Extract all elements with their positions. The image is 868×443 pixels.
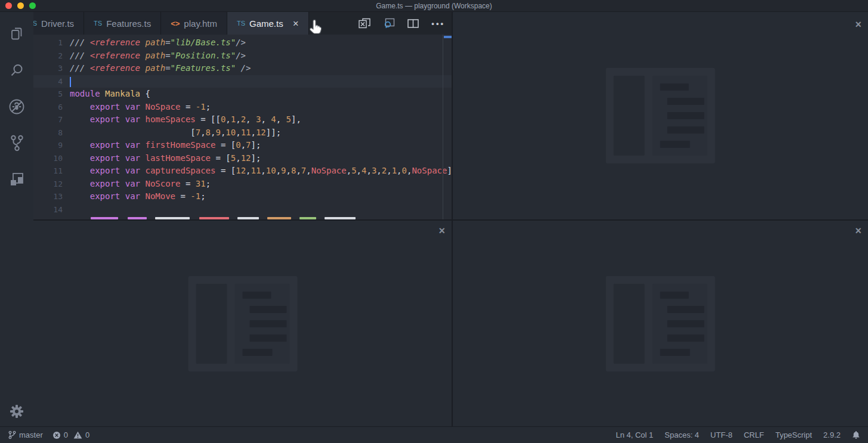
tab-label: Driver.ts [41,18,74,29]
typescript-file-icon: TS [33,20,37,27]
editor-group-empty-bottom-right[interactable]: × [453,221,868,426]
line-number: 11 [33,165,63,178]
code-text: export var firstHomeSpace = [0,7]; [70,139,261,152]
indentation-indicator[interactable]: Spaces: 4 [665,430,699,439]
problems-indicator[interactable]: 0 0 [52,430,92,439]
line-number: 13 [33,190,63,203]
code-line[interactable]: 3/// <reference path="Features.ts" /> [33,62,452,75]
code-line[interactable]: 10 export var lastHomeSpace = [5,12]; [33,152,452,165]
empty-editor-watermark [606,68,715,163]
more-actions-icon[interactable]: ••• [431,19,445,28]
line-number: 1 [33,36,63,49]
line-number: 2 [33,49,63,63]
code-text: /// <reference path="Features.ts" /> [70,62,251,75]
code-line[interactable]: 7 export var homeSpaces = [[0,1,2, 3, 4,… [33,113,452,126]
text-cursor [70,77,71,87]
code-line[interactable]: 14 [33,203,452,216]
search-icon[interactable] [0,52,33,88]
titlebar: Game.ts — playground (Workspace) [0,0,868,12]
code-text: /// <reference path="lib/Base.ts"/> [70,36,246,49]
tab-label: play.htm [184,18,217,29]
tab-driver-ts[interactable]: TS Driver.ts [33,12,84,35]
code-text: export var NoScore = 31; [70,178,211,191]
line-number: 4 [33,75,63,88]
empty-editor-watermark [188,276,297,371]
tab-bar: TS Driver.ts TS Features.ts <> play.htm … [33,12,452,35]
code-text: [7,8,9,10,11,12]]; [70,126,281,140]
git-branch-icon [8,430,16,439]
minimize-window-button[interactable] [17,2,24,9]
explorer-icon[interactable] [0,16,33,52]
line-number: 5 [33,88,63,101]
code-text: module Mankala { [70,88,150,101]
code-line[interactable]: 2/// <reference path="Position.ts"/> [33,49,452,63]
typescript-file-icon: TS [237,20,245,27]
tab-play-htm[interactable]: <> play.htm [161,12,227,35]
typescript-file-icon: TS [94,20,102,27]
search-preview-icon[interactable] [383,18,395,29]
scrollbar-thumb[interactable] [444,36,452,38]
traffic-lights [5,2,36,9]
zoom-window-button[interactable] [29,2,36,9]
error-count: 0 [64,430,68,439]
code-editor[interactable]: 1/// <reference path="lib/Base.ts"/>2///… [33,35,452,219]
code-line[interactable]: 5module Mankala { [33,88,452,101]
code-line[interactable]: 9 export var firstHomeSpace = [0,7]; [33,139,452,152]
html-file-icon: <> [171,19,180,28]
code-line[interactable]: 13 export var NoMove = -1; [33,190,452,203]
cursor-position-indicator[interactable]: Ln 4, Col 1 [616,430,653,439]
code-line[interactable]: 12 export var NoScore = 31; [33,178,452,191]
errors-icon [52,431,61,439]
code-text: export var capturedSpaces = [12,11,10,9,… [70,165,452,178]
close-editor-group-icon[interactable]: × [855,225,861,236]
git-branch-indicator[interactable]: master [8,430,43,439]
code-line[interactable]: 8 [7,8,9,10,11,12]]; [33,126,452,140]
editor-grid: TS Driver.ts TS Features.ts <> play.htm … [33,12,868,426]
extensions-icon[interactable] [0,161,33,197]
close-editor-group-icon[interactable]: × [438,225,445,236]
code-text: export var NoSpace = -1; [70,101,211,114]
code-line[interactable]: 1/// <reference path="lib/Base.ts"/> [33,36,452,49]
code-text: /// <reference path="Position.ts"/> [70,49,246,63]
code-lines: 1/// <reference path="lib/Base.ts"/>2///… [33,36,452,216]
activity-bar [0,12,33,426]
language-mode-indicator[interactable]: TypeScript [776,430,812,439]
line-number: 12 [33,178,63,191]
line-number: 14 [33,203,63,216]
code-text [70,75,71,88]
editor-group-empty-top-right[interactable]: × [453,12,868,219]
editor-group-active: TS Driver.ts TS Features.ts <> play.htm … [33,12,452,219]
window-title: Game.ts — playground (Workspace) [376,2,492,10]
code-text: export var NoMove = -1; [70,190,206,203]
close-window-button[interactable] [5,2,12,9]
settings-gear-icon[interactable] [0,404,33,419]
code-line[interactable]: 11 export var capturedSpaces = [12,11,10… [33,165,452,178]
close-tab-icon[interactable]: × [293,18,299,29]
notifications-bell-icon[interactable] [852,430,860,439]
status-bar: master 0 0 Ln 4, Col 1 Spaces: 4 UTF-8 [0,426,868,443]
line-number: 6 [33,101,63,114]
debug-icon[interactable] [0,88,33,125]
line-number: 8 [33,126,63,140]
vertical-scrollbar[interactable] [443,35,452,219]
encoding-indicator[interactable]: UTF-8 [711,430,733,439]
code-text: export var homeSpaces = [[0,1,2, 3, 4, 5… [70,113,301,126]
vscode-window: Game.ts — playground (Workspace) [0,0,868,443]
tab-game-ts[interactable]: TS Game.ts × [227,12,309,35]
tab-features-ts[interactable]: TS Features.ts [84,12,161,35]
typescript-version-indicator[interactable]: 2.9.2 [823,430,841,439]
code-line[interactable]: 6 export var NoSpace = -1; [33,101,452,114]
line-number: 10 [33,152,63,165]
code-line[interactable]: 4 [33,75,452,88]
split-editor-icon[interactable] [407,19,419,28]
warning-count: 0 [85,430,89,439]
close-all-editors-icon[interactable] [359,18,370,29]
source-control-icon[interactable] [0,125,33,161]
branch-name: master [19,430,43,439]
warnings-icon [73,431,82,439]
line-number: 7 [33,113,63,126]
clipped-code-line [33,217,452,219]
editor-group-empty-bottom-left[interactable]: × [33,221,452,426]
close-editor-group-icon[interactable]: × [855,19,861,30]
eol-indicator[interactable]: CRLF [744,430,764,439]
